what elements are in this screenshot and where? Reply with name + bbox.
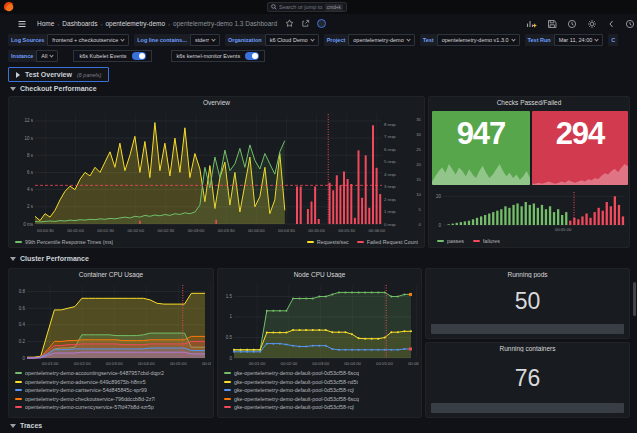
variable-organization: Organization k6 Cloud Demo (225, 34, 319, 46)
legend-swatch (15, 381, 22, 383)
svg-text:0.8: 0.8 (19, 289, 26, 294)
chevron-right-icon (16, 72, 20, 78)
legend-item[interactable]: Failed Request Count (357, 239, 418, 245)
variable-instance-value[interactable]: All (36, 50, 58, 62)
add-panel-icon[interactable] (526, 18, 537, 29)
star-icon[interactable] (285, 19, 294, 28)
settings-gear-icon[interactable] (587, 19, 597, 29)
legend-item[interactable]: opentelemetry-demo-cartservice-54d845845… (15, 387, 210, 393)
menu-icon[interactable] (17, 19, 27, 29)
checks-legend: passes failures (437, 238, 500, 244)
overview-legend: 99th Percentile Response Times (ms) Requ… (15, 239, 418, 245)
variable-test-value[interactable]: opentelemetry-demo v1.3.0 (437, 34, 520, 46)
kernel-monitor-events-toggle[interactable] (245, 52, 259, 60)
variable-project-value[interactable]: opentelemetry-demo (348, 34, 414, 46)
legend-item[interactable]: passes (437, 238, 464, 244)
row-checkout-performance[interactable]: Checkout Performance (10, 85, 97, 92)
legend-swatch (473, 240, 480, 242)
legend-swatch (224, 372, 231, 374)
legend-item[interactable]: gke-opentelemetry-demo-default-pool-0d53… (224, 396, 418, 402)
legend-item[interactable]: gke-opentelemetry-demo-default-pool-0d53… (224, 404, 418, 410)
row-cluster-performance[interactable]: Cluster Performance (10, 255, 89, 262)
chevron-down-icon (121, 37, 125, 41)
breadcrumb-separator: › (57, 21, 59, 27)
legend-item[interactable]: failures (473, 238, 500, 244)
legend-swatch (437, 240, 444, 242)
node-cpu-chart[interactable]: 1.510.5000:01:0000:02:0000:03:0000:04:00… (220, 281, 419, 367)
svg-text:00:05:00: 00:05:00 (170, 361, 187, 366)
legend-item[interactable]: opentelemetry-demo-accountingservice-648… (15, 370, 210, 376)
row-traces[interactable]: Traces (10, 422, 42, 429)
svg-text:00:02:30: 00:02:30 (158, 228, 175, 233)
svg-text:00:04:00: 00:04:00 (138, 361, 155, 366)
time-range-picker[interactable]: 2 (625, 19, 637, 29)
svg-text:00:02:00: 00:02:00 (281, 361, 298, 366)
legend-item[interactable]: gke-opentelemetry-demo-default-pool-0d53… (224, 379, 418, 385)
search-input[interactable]: Search or jump to... cmd+k (267, 2, 347, 12)
grafana-logo[interactable] (4, 2, 14, 12)
chevron-down-icon (10, 257, 16, 261)
history-icon[interactable] (567, 19, 577, 29)
variable-log-sources: Log Sources frontend + checkoutservice (8, 34, 129, 46)
svg-text:0.2: 0.2 (19, 339, 26, 344)
legend-item[interactable]: gke-opentelemetry-demo-default-pool-0d53… (224, 387, 418, 393)
svg-text:0: 0 (419, 222, 422, 227)
row-test-overview[interactable]: Test Overview (6 panels) (8, 67, 109, 82)
svg-text:00:01:30: 00:01:30 (97, 228, 114, 233)
svg-text:5 reqs: 5 reqs (384, 159, 396, 164)
breadcrumb-dashboards[interactable]: Dashboards (62, 20, 97, 27)
legend-swatch (224, 406, 231, 408)
checks-failed-tile: 294 (532, 111, 628, 185)
toggle-knob (252, 53, 258, 59)
breadcrumb-home[interactable]: Home (37, 20, 54, 27)
legend-swatch (224, 389, 231, 391)
variable-instance: Instance All (8, 50, 58, 62)
svg-text:20: 20 (416, 162, 421, 167)
share-icon[interactable] (301, 19, 310, 28)
svg-text:0.6: 0.6 (19, 306, 26, 311)
chevron-down-icon (10, 87, 16, 91)
kubelet-events-toggle[interactable] (132, 52, 146, 60)
user-avatar[interactable] (317, 19, 326, 28)
legend-item[interactable]: opentelemetry-demo-adservice-649c89675b-… (15, 379, 210, 385)
svg-text:00:00:30: 00:00:30 (37, 228, 54, 233)
legend-item[interactable]: gke-opentelemetry-demo-default-pool-0d53… (224, 370, 418, 376)
panel-title[interactable]: Running containers (426, 345, 629, 352)
top-bar: Search or jump to... cmd+k (0, 0, 637, 14)
variable-test-run-value[interactable]: Mar 11, 24:00 (554, 34, 604, 46)
svg-text:4 reqs: 4 reqs (384, 172, 396, 177)
svg-text:5: 5 (419, 207, 422, 212)
variable-organization-value[interactable]: k6 Cloud Demo (265, 34, 319, 46)
panel-title[interactable]: Running pods (426, 271, 629, 278)
legend-item[interactable]: Requests/sec (307, 239, 349, 245)
variable-log-sources-value[interactable]: frontend + checkoutservice (47, 34, 129, 46)
variable-cut-off: C (608, 34, 618, 46)
chevron-down-icon (406, 37, 410, 41)
panel-running-containers: Running containers 76 (425, 342, 630, 418)
svg-text:00:06:00: 00:06:00 (202, 361, 211, 366)
variable-log-line-value[interactable]: stderr (190, 34, 220, 46)
svg-text:0: 0 (229, 356, 232, 361)
legend-item[interactable]: opentelemetry-demo-currencyservice-57fd4… (15, 404, 210, 410)
breadcrumb-folder[interactable]: opentelemetry-demo (105, 20, 165, 27)
panel-title[interactable]: Container CPU Usage (9, 271, 213, 278)
legend-swatch (15, 389, 22, 391)
checks-mini-chart[interactable]: 20000:05:00 (431, 189, 627, 233)
panel-title[interactable]: Node CPU Usage (218, 271, 421, 278)
kernel-monitor-events-control: k6s kernel-monitor Events (171, 50, 266, 62)
panel-title[interactable]: Overview (9, 99, 424, 106)
row-title: Checkout Performance (20, 85, 97, 92)
save-icon[interactable] (547, 19, 557, 29)
panel-title[interactable]: Checks Passed/Failed (429, 99, 629, 106)
legend-swatch (15, 398, 22, 400)
legend-item[interactable]: opentelemetry-demo-checkoutservice-796dd… (15, 396, 210, 402)
legend-item[interactable]: 99th Percentile Response Times (ms) (15, 239, 113, 245)
svg-text:25: 25 (416, 147, 421, 152)
chevron-left-icon[interactable] (607, 19, 615, 29)
search-placeholder: Search or jump to... (279, 4, 323, 10)
chevron-down-icon (50, 53, 54, 57)
container-cpu-chart[interactable]: 0.80.60.40.2000:01:0000:02:0000:03:0000:… (11, 281, 211, 367)
scrollbar-thumb[interactable] (633, 282, 636, 316)
overview-chart[interactable]: 12 s10 s8 s6 s4 s2 s0 ms00:00:3000:01:00… (11, 110, 422, 234)
svg-text:1 reqs: 1 reqs (384, 209, 396, 214)
